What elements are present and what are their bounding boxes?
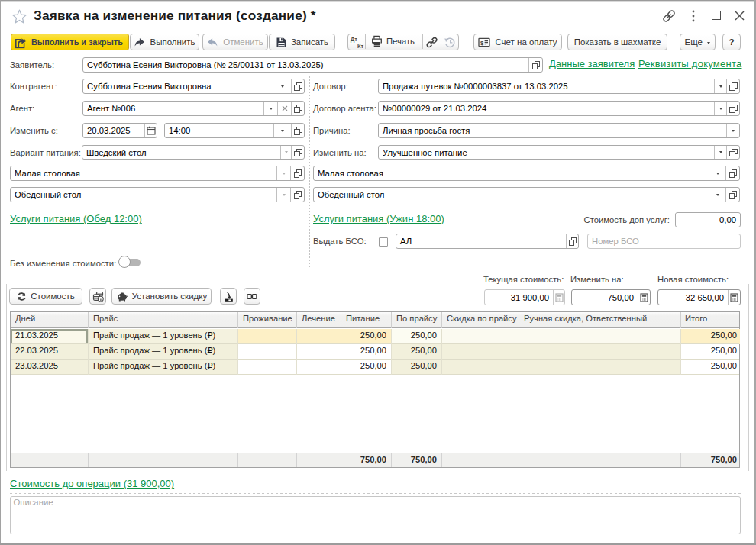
svg-text:$: $ xyxy=(480,39,484,46)
